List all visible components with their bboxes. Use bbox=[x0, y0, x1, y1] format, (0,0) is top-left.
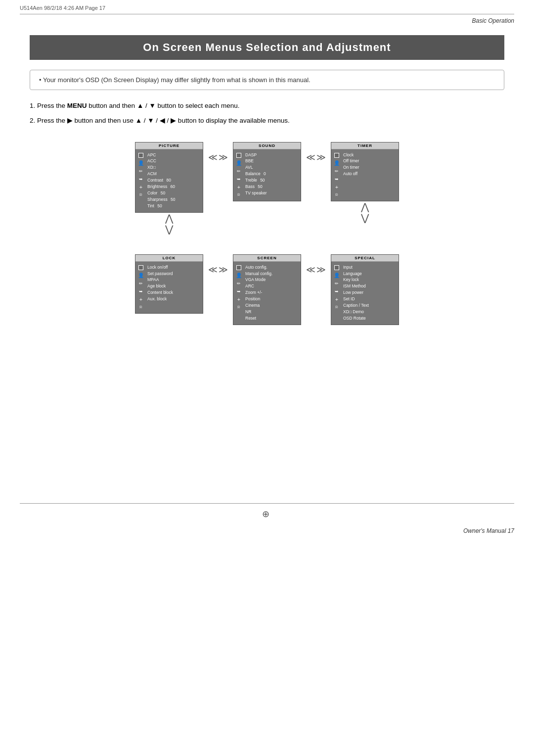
special-item-captiontext: Caption / Text bbox=[343, 303, 397, 309]
icon-square-3 bbox=[334, 152, 340, 158]
sound-item-avl: AVL bbox=[245, 165, 299, 171]
icon-arrow-2: ➥ bbox=[236, 176, 242, 182]
icon-pencil-4: ✏ bbox=[138, 281, 144, 286]
timer-vert-arrows: ⋀ ⋁ bbox=[361, 201, 369, 223]
icon-settings-2: ⛭ bbox=[236, 192, 242, 198]
file-info: U514Aen 98/2/18 4:26 AM Page 17 bbox=[20, 5, 105, 11]
lock-icons: 👤 ✏ ➥ + ⛭ bbox=[135, 264, 146, 311]
picture-menu: PICTURE 👤 ✏ ➥ + ⛭ APC ACC XD□ ACM bbox=[135, 142, 203, 213]
timer-item-clock: Clock bbox=[343, 152, 397, 158]
picture-item-acc: ACC bbox=[147, 158, 201, 164]
picture-item-xd: XD□ bbox=[147, 165, 201, 171]
footer-text: Owner's Manual 17 bbox=[463, 527, 514, 534]
note-text: • Your monitor's OSD (On Screen Display)… bbox=[39, 76, 311, 84]
picture-item-acm: ACM bbox=[147, 171, 201, 177]
screen-panel-group: SCREEN 👤 ✏ ➥ + ⛭ Auto config. Manual con… bbox=[233, 254, 301, 325]
sound-item-tvspeaker: TV speaker bbox=[245, 190, 299, 196]
horiz-arrows-4: ≪ ≫ bbox=[306, 254, 326, 275]
icon-pencil-1: ✏ bbox=[138, 168, 144, 174]
screen-item-reset: Reset bbox=[245, 316, 299, 322]
lock-item-mpaa: MPAA bbox=[147, 277, 201, 283]
special-header: SPECIAL bbox=[331, 255, 399, 262]
lock-item-contentblock: Content block bbox=[147, 290, 201, 296]
horiz-arrows-1: ≪ ≫ bbox=[208, 142, 228, 163]
icon-square-5 bbox=[236, 265, 242, 271]
page-center-mark bbox=[0, 504, 534, 523]
icon-plus-3: + bbox=[334, 184, 340, 190]
sound-menu: SOUND 👤 ✏ ➥ + ⛭ DASP BBE AVL Balance bbox=[233, 142, 301, 201]
timer-icons: 👤 ✏ ➥ + ⛭ bbox=[331, 151, 342, 199]
special-panel-group: SPECIAL 👤 ✏ ➥ + ⛭ Input Language Key loc… bbox=[331, 254, 399, 325]
lock-item-ageblock: Age block bbox=[147, 284, 201, 289]
sound-panel-group: SOUND 👤 ✏ ➥ + ⛭ DASP BBE AVL Balance bbox=[233, 142, 301, 201]
screen-menu: SCREEN 👤 ✏ ➥ + ⛭ Auto config. Manual con… bbox=[233, 254, 301, 325]
section-label: Basic Operation bbox=[0, 14, 534, 26]
picture-items: APC ACC XD□ ACM Contrast 80 Brightness 6… bbox=[146, 151, 203, 210]
timer-items: Clock Off timer On timer Auto off bbox=[342, 151, 399, 199]
screen-icons: 👤 ✏ ➥ + ⛭ bbox=[233, 264, 244, 323]
special-item-language: Language bbox=[343, 271, 397, 277]
screen-items: Auto config. Manual config. VGA Mode ARC… bbox=[244, 264, 301, 323]
instructions: 1. Press the MENU button and then ▲ / ▼ … bbox=[30, 100, 504, 127]
icon-plus-6: + bbox=[334, 296, 340, 302]
screen-item-zoom: Zoom +/- bbox=[245, 290, 299, 296]
lock-item-auxblock: Aux. block bbox=[147, 296, 201, 302]
timer-header: TIMER bbox=[331, 142, 399, 149]
instruction-step1: 1. Press the MENU button and then ▲ / ▼ … bbox=[30, 100, 504, 112]
special-item-xddemo: XD□ Demo bbox=[343, 309, 397, 315]
horiz-arrows-3: ≪ ≫ bbox=[208, 254, 228, 275]
sound-items: DASP BBE AVL Balance 0 Treble 50 Bass 50… bbox=[244, 151, 301, 199]
lock-panel-group: LOCK 👤 ✏ ➥ + ⛭ Lock on/off Set password … bbox=[135, 254, 203, 314]
lock-item-setpassword: Set password bbox=[147, 271, 201, 277]
picture-item-tint: Tint 50 bbox=[147, 203, 201, 209]
icon-person-4: 👤 bbox=[138, 273, 144, 279]
page-title-box: On Screen Menus Selection and Adjustment bbox=[30, 35, 504, 60]
icon-square-6 bbox=[334, 265, 340, 271]
screen-item-autoconfig: Auto config. bbox=[245, 265, 299, 271]
timer-panel-group: TIMER 👤 ✏ ➥ + ⛭ Clock Off timer On timer bbox=[331, 142, 399, 223]
page-title: On Screen Menus Selection and Adjustment bbox=[40, 41, 494, 54]
picture-item-color: Color 50 bbox=[147, 190, 201, 196]
sound-item-dasp: DASP bbox=[245, 152, 299, 158]
icon-plus-1: + bbox=[138, 184, 144, 190]
screen-header: SCREEN bbox=[233, 255, 301, 262]
icon-person-3: 👤 bbox=[334, 160, 340, 166]
menus-area: PICTURE 👤 ✏ ➥ + ⛭ APC ACC XD□ ACM bbox=[30, 142, 504, 325]
icon-arrow-5: ➥ bbox=[236, 288, 242, 294]
special-item-keylock: Key lock bbox=[343, 277, 397, 283]
picture-vert-arrows: ⋀ ⋁ bbox=[165, 213, 173, 235]
screen-item-vgamode: VGA Mode bbox=[245, 277, 299, 283]
icon-pencil-2: ✏ bbox=[236, 168, 242, 174]
timer-item-ontimer: On timer bbox=[343, 165, 397, 171]
picture-icons: 👤 ✏ ➥ + ⛭ bbox=[135, 151, 146, 210]
special-menu: SPECIAL 👤 ✏ ➥ + ⛭ Input Language Key loc… bbox=[331, 254, 399, 325]
picture-panel-group: PICTURE 👤 ✏ ➥ + ⛭ APC ACC XD□ ACM bbox=[135, 142, 203, 235]
lock-item-lockonoff: Lock on/off bbox=[147, 265, 201, 271]
menu-row-2: LOCK 👤 ✏ ➥ + ⛭ Lock on/off Set password … bbox=[30, 254, 504, 325]
lock-header: LOCK bbox=[135, 255, 203, 262]
picture-item-apc: APC bbox=[147, 152, 201, 158]
picture-header: PICTURE bbox=[135, 142, 203, 149]
sound-header: SOUND bbox=[233, 142, 301, 149]
icon-square-4 bbox=[138, 265, 144, 271]
page-footer: Owner's Manual 17 bbox=[0, 523, 534, 538]
icon-settings-1: ⛭ bbox=[138, 192, 144, 198]
screen-item-manualconfig: Manual config. bbox=[245, 271, 299, 277]
screen-item-position: Position bbox=[245, 296, 299, 302]
footer-space bbox=[0, 335, 534, 483]
lock-items: Lock on/off Set password MPAA Age block … bbox=[146, 264, 203, 311]
icon-person-5: 👤 bbox=[236, 273, 242, 279]
special-item-osdrotate: OSD Rotate bbox=[343, 316, 397, 322]
icon-plus-4: + bbox=[138, 296, 144, 302]
instruction-step2: 2. Press the ▶ button and then use ▲ / ▼… bbox=[30, 115, 504, 127]
icon-person-2: 👤 bbox=[236, 160, 242, 166]
icon-settings-6: ⛭ bbox=[334, 304, 340, 310]
sound-item-bbe: BBE bbox=[245, 158, 299, 164]
icon-square-2 bbox=[236, 152, 242, 158]
icon-arrow-3: ➥ bbox=[334, 176, 340, 182]
special-item-input: Input bbox=[343, 265, 397, 271]
sound-item-balance: Balance 0 bbox=[245, 171, 299, 177]
icon-pencil-5: ✏ bbox=[236, 281, 242, 286]
lock-menu: LOCK 👤 ✏ ➥ + ⛭ Lock on/off Set password … bbox=[135, 254, 203, 314]
icon-person-6: 👤 bbox=[334, 273, 340, 279]
